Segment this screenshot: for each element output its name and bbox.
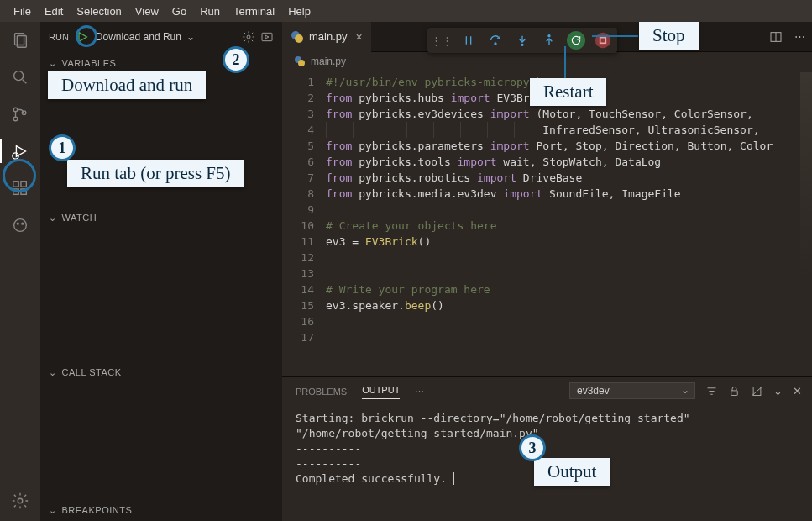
tab-output[interactable]: OUTPUT xyxy=(362,385,400,399)
svg-point-14 xyxy=(17,223,18,224)
svg-marker-7 xyxy=(16,146,25,157)
breakpoints-header[interactable]: ⌄BREAKPOINTS xyxy=(40,499,282,521)
activity-bar xyxy=(0,22,40,521)
svg-point-5 xyxy=(13,117,18,121)
drag-handle-icon[interactable]: ⋮⋮ xyxy=(432,31,451,50)
settings-gear-icon[interactable] xyxy=(10,491,30,511)
device-icon[interactable] xyxy=(10,215,30,235)
tab-main-py[interactable]: main.py × xyxy=(282,22,371,52)
stop-button[interactable] xyxy=(594,31,612,50)
svg-point-35 xyxy=(495,43,496,45)
svg-point-39 xyxy=(548,35,550,37)
callstack-header[interactable]: ⌄CALL STACK xyxy=(40,361,282,383)
svg-point-15 xyxy=(22,223,24,224)
minimap[interactable] xyxy=(800,72,812,366)
svg-point-18 xyxy=(247,35,250,39)
menu-run[interactable]: Run xyxy=(193,5,227,18)
annotation-run-tab: Run tab (or press F5) xyxy=(67,160,244,187)
filter-icon[interactable] xyxy=(705,385,718,397)
config-gear-icon[interactable] xyxy=(242,30,255,44)
line-gutter: 1234567891011121314151617 xyxy=(282,71,326,376)
menu-help[interactable]: Help xyxy=(281,5,317,18)
lock-scroll-icon[interactable] xyxy=(728,385,741,397)
annotation-highlight-play xyxy=(76,25,97,47)
annotation-output: Output xyxy=(534,458,610,486)
output-channel-dropdown[interactable]: ev3dev xyxy=(569,382,695,399)
code-editor[interactable]: 1234567891011121314151617 #!/usr/bin/env… xyxy=(282,71,812,376)
watch-header[interactable]: ⌄WATCH xyxy=(40,207,282,229)
menu-view[interactable]: View xyxy=(128,5,165,18)
chevron-down-icon: ⌄ xyxy=(186,31,195,43)
run-label: RUN xyxy=(49,32,69,42)
tab-problems[interactable]: PROBLEMS xyxy=(296,387,347,397)
annotation-connector xyxy=(592,35,638,37)
annotation-connector xyxy=(564,46,566,80)
menu-file[interactable]: File xyxy=(7,5,38,18)
annotation-bubble-1: 1 xyxy=(49,134,76,161)
split-editor-icon[interactable] xyxy=(769,30,783,44)
svg-rect-19 xyxy=(262,33,272,40)
step-out-button[interactable] xyxy=(540,31,558,50)
menu-edit[interactable]: Edit xyxy=(38,5,70,18)
menu-terminal[interactable]: Terminal xyxy=(227,5,281,18)
run-config-dropdown[interactable]: Download and Run⌄ xyxy=(96,31,237,43)
python-file-icon xyxy=(294,55,306,67)
svg-point-4 xyxy=(13,108,18,112)
python-file-icon xyxy=(291,30,304,44)
svg-line-3 xyxy=(23,80,27,84)
search-icon[interactable] xyxy=(10,67,30,87)
explorer-icon[interactable] xyxy=(10,30,30,50)
svg-point-26 xyxy=(298,60,305,66)
annotation-highlight-icon xyxy=(3,159,36,192)
svg-rect-30 xyxy=(731,390,738,395)
annotation-restart: Restart xyxy=(530,78,606,106)
annotation-bubble-3: 3 xyxy=(519,434,546,461)
svg-point-16 xyxy=(18,498,23,503)
bottom-panel: PROBLEMS OUTPUT ⋯ ev3dev ⌄ ✕ Starting: b… xyxy=(282,376,812,521)
svg-marker-20 xyxy=(265,35,269,39)
svg-point-13 xyxy=(14,219,27,232)
menu-go[interactable]: Go xyxy=(165,5,193,18)
breadcrumb[interactable]: main.py xyxy=(282,52,812,71)
menu-bar: File Edit Selection View Go Run Terminal… xyxy=(0,0,812,22)
annotation-stop: Stop xyxy=(639,22,699,50)
close-panel-icon[interactable]: ✕ xyxy=(793,385,802,397)
source-control-icon[interactable] xyxy=(10,104,30,124)
debug-console-icon[interactable] xyxy=(260,30,274,44)
code-content[interactable]: #!/usr/bin/env pybricks-micropythonfrom … xyxy=(326,71,812,376)
step-over-button[interactable] xyxy=(486,31,505,50)
restart-button[interactable] xyxy=(567,31,585,50)
collapse-panel-icon[interactable]: ⌄ xyxy=(773,385,783,397)
svg-point-2 xyxy=(14,71,24,81)
more-actions-icon[interactable]: ⋯ xyxy=(794,30,805,44)
more-tabs-icon[interactable]: ⋯ xyxy=(415,387,424,397)
pause-button[interactable] xyxy=(459,31,478,50)
svg-point-22 xyxy=(295,34,303,43)
debug-toolbar: ⋮⋮ xyxy=(427,28,617,53)
annotation-download-and-run: Download and run xyxy=(48,71,206,99)
svg-point-37 xyxy=(521,44,523,45)
menu-selection[interactable]: Selection xyxy=(70,5,128,18)
close-tab-icon[interactable]: × xyxy=(356,30,363,44)
clear-output-icon[interactable] xyxy=(751,385,763,397)
step-into-button[interactable] xyxy=(513,31,532,50)
annotation-bubble-2: 2 xyxy=(223,46,249,73)
